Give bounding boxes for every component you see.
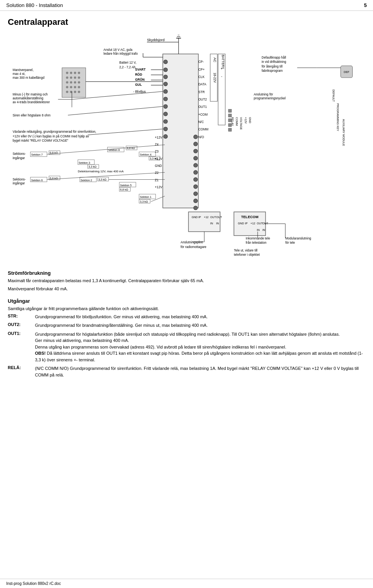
term-out1-def: Grundprogrammerad för högtalarfunktion (… — [35, 331, 365, 363]
svg-text:Manöverpanel,: Manöverpanel, — [12, 68, 33, 72]
svg-point-95 — [66, 72, 68, 74]
svg-text:programmeringsnyckel: programmeringsnyckel — [254, 97, 286, 100]
svg-text:automatikåterställning: automatikåterställning — [12, 96, 43, 100]
svg-point-97 — [74, 72, 76, 74]
svg-text:VOLTAGE: VOLTAGE — [239, 117, 242, 130]
header-title: Solution 880 - Installation — [6, 2, 63, 8]
svg-text:Växlande reläutgång, grundprog: Växlande reläutgång, grundprogrammerad f… — [12, 130, 96, 134]
section1-heading: Strömförbrukning — [8, 270, 365, 276]
svg-text:Inkommande tele: Inkommande tele — [246, 237, 270, 240]
svg-line-145 — [47, 145, 165, 154]
svg-point-104 — [70, 81, 72, 83]
svg-rect-76 — [228, 109, 232, 112]
main-heading: Centralapparat — [0, 11, 373, 30]
svg-text:Sektion 2: Sektion 2 — [80, 179, 92, 182]
svg-rect-80 — [228, 128, 232, 131]
svg-point-101 — [74, 76, 76, 79]
svg-point-7 — [164, 104, 167, 108]
svg-point-21 — [193, 199, 197, 203]
svg-text:fabriksprogram: fabriksprogram — [261, 69, 282, 73]
svg-text:OUT1: OUT1 — [199, 105, 207, 109]
svg-point-107 — [66, 86, 68, 88]
header-page-number: 5 — [364, 2, 367, 8]
svg-rect-94 — [62, 68, 86, 97]
svg-point-12 — [193, 135, 197, 139]
svg-point-8 — [164, 112, 167, 116]
svg-text:ingångar: ingångar — [12, 181, 25, 185]
svg-text:- Blixtljus: - Blixtljus — [133, 90, 146, 94]
svg-text:Minus (-) för matning och: Minus (-) för matning och — [12, 93, 47, 96]
svg-point-19 — [193, 185, 197, 189]
svg-point-2 — [164, 68, 167, 72]
svg-text:Sektion 1: Sektion 1 — [140, 196, 152, 199]
svg-text:Defaultknapp håll: Defaultknapp håll — [261, 56, 286, 59]
svg-text:OUT: OUT — [216, 216, 222, 219]
svg-text:+12V: +12V — [244, 117, 247, 124]
svg-text:för tele: för tele — [285, 241, 295, 245]
svg-text:Sektion 6: Sektion 6 — [31, 179, 43, 182]
svg-text:STR: STR — [199, 90, 205, 94]
svg-text:2,2 - 7,2 Ah.: 2,2 - 7,2 Ah. — [119, 66, 136, 69]
svg-point-6 — [164, 97, 167, 101]
svg-text:+12: +12 — [204, 216, 209, 219]
svg-text:Tele ut, vidare till: Tele ut, vidare till — [234, 249, 258, 252]
svg-text:IP: IP — [199, 216, 201, 219]
svg-point-16 — [193, 163, 197, 167]
svg-line-126 — [68, 106, 163, 115]
svg-point-96 — [70, 72, 72, 74]
term-out2-def: Grundprogrammerad för brandmatning/åters… — [35, 322, 208, 329]
section1-para2: Manöverpanel förbrukar 40 mA. — [8, 286, 365, 292]
footer-left: Inst-prog Solution 880v2 rC.doc — [6, 581, 61, 586]
svg-point-22 — [193, 206, 197, 210]
page-footer: Inst-prog Solution 880v2 rC.doc — [0, 579, 373, 588]
term-out2: OUT2: Grundprogrammerad för brandmatning… — [8, 322, 365, 329]
page-header: Solution 880 - Installation 5 — [0, 0, 373, 11]
term-str-def: Grundprogrammerad för blixtljusfunktion.… — [35, 314, 207, 320]
svg-text:+12: +12 — [251, 222, 255, 225]
svg-point-9 — [164, 120, 167, 123]
svg-text:in vid driftsättning: in vid driftsättning — [261, 60, 286, 64]
svg-text:ledare från inbyggd trafo: ledare från inbyggd trafo — [103, 52, 138, 56]
svg-text:+12V: +12V — [155, 136, 163, 139]
svg-text:CLK: CLK — [199, 75, 205, 79]
svg-point-103 — [66, 81, 68, 83]
svg-text:Anslut 18 V AC, gula: Anslut 18 V AC, gula — [103, 48, 132, 52]
svg-text:Sektion 3: Sektion 3 — [78, 161, 90, 165]
svg-point-11 — [164, 135, 167, 139]
svg-text:IP: IP — [245, 222, 248, 225]
svg-text:+12V: +12V — [155, 186, 163, 189]
svg-text:för radiomottagare: för radiomottagare — [181, 245, 207, 249]
svg-text:N/C: N/C — [199, 120, 204, 124]
section2-para1: Samtliga utgångar är fritt programmerbar… — [8, 305, 365, 312]
svg-text:+12V eller 0V (-) kan byglas i: +12V eller 0V (-) kan byglas in på COMM … — [12, 134, 89, 138]
svg-text:PROGRAMMING KEY: PROGRAMMING KEY — [336, 103, 339, 131]
wiring-diagram: AC 18-22V BATTERY + - Skyddsjord Anslut … — [8, 30, 365, 259]
svg-text:RÖD: RÖD — [135, 73, 142, 76]
svg-text:Z1: Z1 — [155, 179, 159, 182]
svg-text:IN: IN — [210, 222, 213, 225]
diagram-container: AC 18-22V BATTERY + - Skyddsjord Anslut … — [8, 30, 365, 259]
svg-text:N/O: N/O — [199, 135, 204, 139]
svg-point-3 — [164, 75, 167, 79]
term-rela-def: (N/C COMM N/O) Grundprogrammerad för sir… — [35, 365, 365, 378]
term-out2-label: OUT2: — [8, 322, 35, 327]
svg-text:OUT2: OUT2 — [199, 98, 207, 101]
svg-point-99 — [66, 76, 68, 79]
svg-text:DATA: DATA — [199, 83, 207, 86]
svg-text:Siren eller högtalare 8 ohm: Siren eller högtalare 8 ohm — [12, 114, 51, 117]
term-str: STR: Grundprogrammerad för blixtljusfunk… — [8, 314, 365, 320]
svg-text:-: - — [221, 75, 222, 78]
svg-point-10 — [164, 127, 167, 131]
svg-text:Batteri 12 V,: Batteri 12 V, — [119, 61, 136, 64]
svg-text:Anslutningsplint: Anslutningsplint — [181, 241, 203, 244]
svg-text:max 300 m kabellängd: max 300 m kabellängd — [12, 76, 44, 80]
svg-text:GUL: GUL — [135, 83, 142, 87]
svg-text:Sektions-: Sektions- — [12, 178, 26, 181]
svg-rect-77 — [228, 114, 232, 117]
svg-point-18 — [193, 177, 197, 181]
svg-text:GRÖN: GRÖN — [135, 78, 145, 82]
svg-line-130 — [88, 129, 163, 135]
svg-text:3,3 kΩ: 3,3 kΩ — [150, 157, 158, 160]
svg-text:Detektormatning 12V, max 400 m: Detektormatning 12V, max 400 mA — [78, 170, 124, 173]
svg-text:Anslutning för: Anslutning för — [254, 93, 273, 96]
